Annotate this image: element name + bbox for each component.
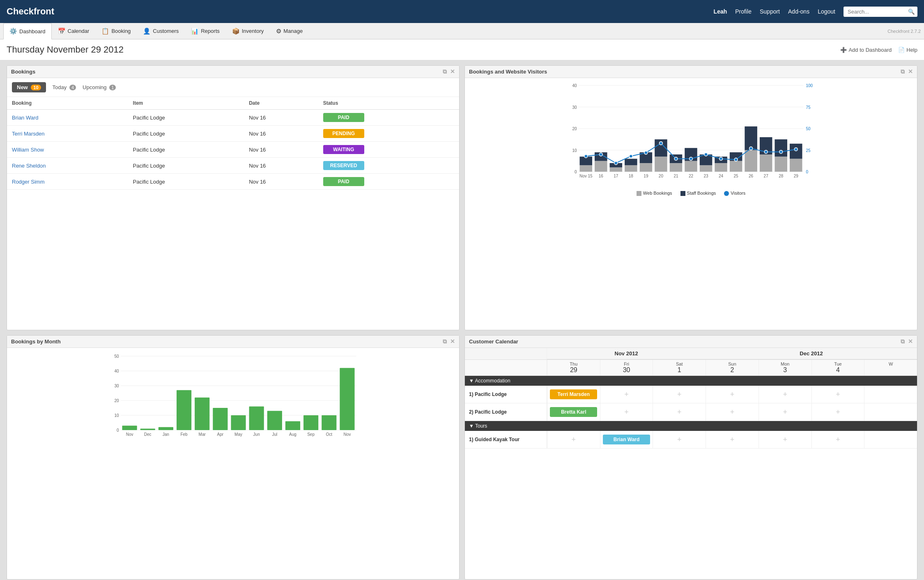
add-to-dashboard-link[interactable]: ➕ Add to Dashboard bbox=[840, 47, 892, 53]
svg-text:19: 19 bbox=[644, 174, 648, 178]
calendar-cell[interactable]: + bbox=[706, 431, 759, 448]
booking-item: Pacific Lodge bbox=[128, 142, 244, 158]
calendar-cell[interactable] bbox=[864, 403, 917, 421]
booking-icon: 📋 bbox=[101, 28, 109, 35]
calendar-cell[interactable]: Bretta Karl bbox=[547, 403, 600, 421]
tab-inventory[interactable]: 📦 Inventory bbox=[226, 23, 270, 39]
booking-link[interactable]: Rodger Simm bbox=[12, 179, 44, 185]
calendar-section-header: ▼ Accommodation bbox=[465, 376, 917, 386]
svg-text:30: 30 bbox=[114, 384, 119, 388]
calendar-cell[interactable] bbox=[864, 386, 917, 403]
calendar-cell[interactable]: + bbox=[706, 403, 759, 421]
tab-dashboard-label: Dashboard bbox=[19, 28, 46, 35]
visitors-chart: 0102030400255075100Nov 15161718192021222… bbox=[469, 81, 913, 188]
booking-link[interactable]: Rene Sheldon bbox=[12, 163, 46, 169]
booking-link[interactable]: William Show bbox=[12, 147, 44, 153]
svg-rect-15 bbox=[580, 165, 593, 172]
tab-customers[interactable]: 👤 Customers bbox=[137, 23, 185, 39]
customer-calendar-title: Customer Calendar bbox=[469, 338, 518, 345]
tab-dashboard[interactable]: ⚙️ Dashboard bbox=[3, 23, 52, 39]
calendar-cell[interactable]: Terri Marsden bbox=[547, 386, 600, 403]
calendar-cell[interactable]: + bbox=[653, 431, 706, 448]
status-badge: PAID bbox=[323, 113, 364, 122]
svg-point-51 bbox=[674, 157, 678, 161]
calendar-cell[interactable]: + bbox=[653, 386, 706, 403]
calendar-cell[interactable]: + bbox=[811, 403, 864, 421]
calendar-cell[interactable]: + bbox=[547, 431, 600, 448]
calendar-event[interactable]: Brian Ward bbox=[603, 435, 650, 444]
svg-rect-95 bbox=[195, 398, 209, 430]
close-icon-4[interactable]: ✕ bbox=[908, 338, 913, 345]
table-row: William Show Pacific Lodge Nov 16 WAITIN… bbox=[7, 142, 459, 158]
calendar-row-label: 2) Pacific Lodge bbox=[465, 403, 547, 421]
tab-calendar[interactable]: 📅 Calendar bbox=[52, 23, 96, 39]
booking-date: Nov 16 bbox=[244, 142, 318, 158]
calendar-cell[interactable]: + bbox=[811, 386, 864, 403]
close-icon[interactable]: ✕ bbox=[450, 68, 455, 75]
status-badge: WAITING bbox=[323, 145, 364, 154]
calendar-cell[interactable] bbox=[864, 431, 917, 448]
profile-link[interactable]: Profile bbox=[735, 8, 752, 15]
monthly-widget-header: Bookings by Month ⧉ ✕ bbox=[7, 336, 459, 348]
plus-icon: ➕ bbox=[840, 47, 847, 53]
restore-icon[interactable]: ⧉ bbox=[443, 68, 447, 75]
plus-icon: + bbox=[624, 390, 629, 399]
calendar-cell[interactable]: + bbox=[600, 403, 653, 421]
booking-item: Pacific Lodge bbox=[128, 158, 244, 174]
addons-link[interactable]: Add-ons bbox=[788, 8, 809, 15]
calendar-cell[interactable]: + bbox=[811, 431, 864, 448]
svg-rect-29 bbox=[685, 161, 697, 172]
chart-legend: Web Bookings Staff Bookings Visitors bbox=[469, 191, 913, 196]
svg-text:40: 40 bbox=[572, 83, 577, 88]
restore-icon-3[interactable]: ⧉ bbox=[443, 338, 447, 345]
help-link[interactable]: 📄 Help bbox=[898, 47, 917, 53]
svg-rect-39 bbox=[760, 154, 772, 172]
svg-text:20: 20 bbox=[114, 398, 119, 403]
booking-link[interactable]: Brian Ward bbox=[12, 115, 39, 121]
svg-text:Nov: Nov bbox=[126, 432, 133, 437]
calendar-cell[interactable]: Brian Ward bbox=[600, 431, 653, 448]
calendar-cell[interactable]: + bbox=[653, 403, 706, 421]
svg-text:75: 75 bbox=[806, 105, 811, 110]
calendar-cell[interactable]: + bbox=[759, 431, 811, 448]
tab-upcoming[interactable]: Upcoming 1 bbox=[83, 84, 116, 90]
restore-icon-2[interactable]: ⧉ bbox=[901, 68, 905, 75]
svg-point-54 bbox=[719, 157, 723, 161]
close-icon-3[interactable]: ✕ bbox=[450, 338, 455, 345]
page-actions: ➕ Add to Dashboard 📄 Help bbox=[840, 47, 917, 53]
svg-text:27: 27 bbox=[764, 174, 769, 178]
inventory-icon: 📦 bbox=[232, 28, 240, 35]
month2-header: Dec 2012 bbox=[706, 348, 917, 359]
search-icon-button[interactable]: 🔍 bbox=[908, 9, 915, 15]
page-header: Thursday November 29 2012 ➕ Add to Dashb… bbox=[0, 39, 924, 60]
svg-rect-19 bbox=[610, 168, 623, 172]
tab-new[interactable]: New 10 bbox=[12, 82, 46, 92]
calendar-cell[interactable]: + bbox=[706, 386, 759, 403]
calendar-cell[interactable]: + bbox=[759, 403, 811, 421]
calendar-event[interactable]: Bretta Karl bbox=[550, 407, 597, 417]
svg-text:24: 24 bbox=[719, 174, 724, 178]
nav-version: Checkfront 2.7.2 bbox=[887, 29, 921, 34]
tab-booking[interactable]: 📋 Booking bbox=[95, 23, 137, 39]
calendar-cell[interactable]: + bbox=[600, 386, 653, 403]
svg-rect-23 bbox=[640, 163, 653, 172]
close-icon-2[interactable]: ✕ bbox=[908, 68, 913, 75]
main-content: Bookings ⧉ ✕ New 10 Today 4 Upcoming 1 B… bbox=[0, 60, 924, 580]
tab-manage[interactable]: ⚙ Manage bbox=[270, 23, 309, 39]
status-badge: RESERVED bbox=[323, 161, 364, 170]
col-status: Status bbox=[318, 97, 459, 110]
logout-link[interactable]: Logout bbox=[818, 8, 835, 15]
booking-link[interactable]: Terri Marsden bbox=[12, 131, 44, 137]
calendar-day-col: Sun2 bbox=[706, 360, 759, 375]
tab-reports[interactable]: 📊 Reports bbox=[185, 23, 226, 39]
support-link[interactable]: Support bbox=[760, 8, 780, 15]
tab-today[interactable]: Today 4 bbox=[53, 84, 76, 90]
calendar-cell[interactable]: + bbox=[759, 386, 811, 403]
header-nav: Leah Profile Support Add-ons Logout bbox=[714, 8, 835, 15]
calendar-event[interactable]: Terri Marsden bbox=[550, 389, 597, 399]
restore-icon-4[interactable]: ⧉ bbox=[901, 338, 905, 345]
calendar-row: 2) Pacific LodgeBretta Karl+++++ bbox=[465, 403, 917, 421]
search-input[interactable] bbox=[844, 7, 917, 17]
svg-text:Aug: Aug bbox=[289, 432, 297, 437]
booking-date: Nov 16 bbox=[244, 110, 318, 126]
